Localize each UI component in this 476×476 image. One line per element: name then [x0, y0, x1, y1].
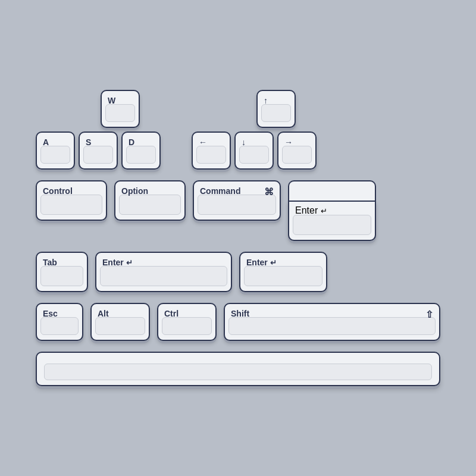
key-shift[interactable]: Shift ⇧	[224, 303, 440, 341]
key-esc[interactable]: Esc	[36, 303, 83, 341]
row-tab-enter: Tab Enter ↵ Enter ↵	[36, 252, 440, 292]
arrow-top-row: ↑	[236, 90, 317, 128]
key-enter-numpad[interactable]: Enter ↵	[239, 252, 327, 292]
wasd-bottom-row: A S D	[36, 131, 161, 170]
wasd-group: W A S D	[36, 90, 161, 170]
key-alt[interactable]: Alt	[90, 303, 150, 341]
row-modifiers: Control Option Command ⌘ Enter ↵	[36, 180, 440, 241]
key-left[interactable]: ←	[192, 131, 231, 170]
key-enter-big-top	[288, 180, 376, 201]
row-wasd-arrows: W A S D ↑	[36, 90, 440, 170]
wasd-top-row: W	[80, 90, 161, 128]
key-up[interactable]: ↑	[256, 90, 296, 128]
key-enter-wide[interactable]: Enter ↵	[95, 252, 232, 292]
key-a[interactable]: A	[36, 131, 75, 170]
row-esc-shift: Esc Alt Ctrl Shift ⇧	[36, 303, 440, 341]
key-s[interactable]: S	[79, 131, 118, 170]
key-option[interactable]: Option	[114, 180, 186, 221]
arrow-bottom-row: ← ↓ →	[192, 131, 317, 170]
key-w[interactable]: W	[101, 90, 140, 128]
key-ctrl[interactable]: Ctrl	[157, 303, 217, 341]
key-enter-big-container: Enter ↵	[288, 180, 376, 241]
key-control[interactable]: Control	[36, 180, 107, 221]
key-space[interactable]	[36, 352, 440, 386]
key-tab[interactable]: Tab	[36, 252, 88, 292]
key-d[interactable]: D	[121, 131, 161, 170]
key-enter-big-bottom[interactable]: Enter ↵	[288, 201, 376, 241]
row-spacebar	[36, 352, 440, 386]
keyboard-layout: W A S D ↑	[24, 78, 452, 398]
key-right[interactable]: →	[277, 131, 317, 170]
arrow-group: ↑ ← ↓ →	[192, 90, 317, 170]
key-down[interactable]: ↓	[234, 131, 274, 170]
key-command[interactable]: Command ⌘	[193, 180, 281, 221]
